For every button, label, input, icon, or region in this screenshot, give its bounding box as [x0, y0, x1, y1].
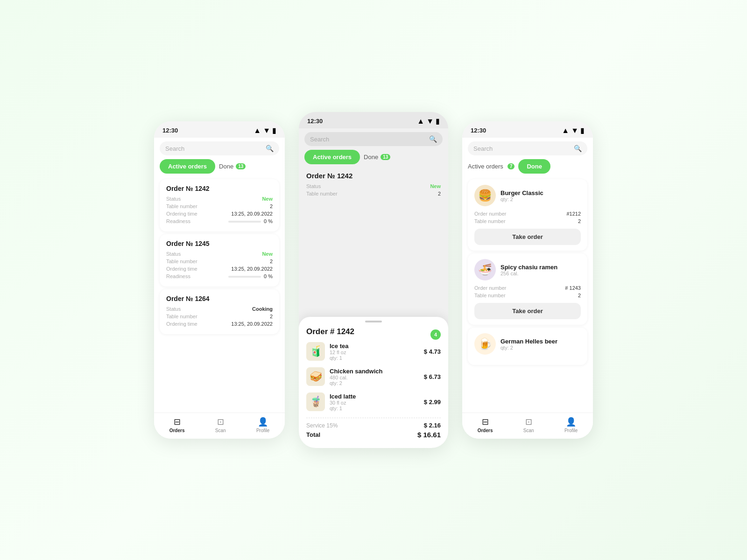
tab-done-right[interactable]: Done: [518, 159, 550, 174]
search-text-right: Search: [473, 145, 571, 152]
time-middle: 12:30: [307, 118, 323, 125]
divider: [306, 418, 441, 418]
signal-icon: ▲: [254, 126, 261, 135]
item-sub-1: 12 fl oz: [330, 350, 419, 355]
phone-right: 12:30 ▲ ▼ ▮ Search 🔍 Active orders 7 Don…: [462, 121, 593, 439]
scan-icon-left: ⊡: [217, 417, 224, 427]
done-item-info-2: Spicy chasiu ramen 256 cal.: [500, 264, 557, 276]
tab-active-middle[interactable]: Active orders: [304, 150, 360, 164]
done-emoji-2: 🍜: [478, 263, 492, 276]
order-card-1[interactable]: Order № 1242 Status New Table number 2 O…: [160, 179, 279, 231]
order-card-3[interactable]: Order № 1264 Status Cooking Table number…: [160, 289, 279, 334]
status-icons-middle: ▲ ▼ ▮: [417, 117, 440, 126]
done-detail-1-order: Order number #1212: [474, 211, 581, 217]
take-order-btn-2[interactable]: Take order: [474, 303, 581, 319]
search-bar-middle[interactable]: Search 🔍: [304, 132, 443, 146]
tab-done-middle[interactable]: Done 13: [364, 154, 390, 161]
tab-active-orders-right[interactable]: Active orders 7: [468, 163, 514, 170]
time-left: 12:30: [162, 127, 178, 134]
done-img-3: 🍺: [474, 333, 496, 355]
orders-list-left: Order № 1242 Status New Table number 2 O…: [154, 176, 285, 365]
item-count-badge: 4: [430, 329, 441, 340]
item-price-2: $ 6.73: [424, 373, 441, 380]
nav-orders-left[interactable]: ⊟ Orders: [169, 417, 185, 433]
done-detail-2-order: Order number # 1243: [474, 285, 581, 291]
order-card-2[interactable]: Order № 1245 Status New Table number 2 O…: [160, 234, 279, 287]
readiness-pct-1: 0 %: [264, 218, 273, 224]
done-card-3[interactable]: 🍺 German Helles beer qty: 2: [468, 328, 587, 365]
time-value-1: 13:25, 20.09.2022: [231, 211, 273, 217]
scan-icon-right: ⊡: [525, 417, 532, 427]
battery-icon: ▮: [272, 126, 276, 135]
done-detail-2-table: Table number 2: [474, 293, 581, 298]
order-item-2: 🥪 Chicken sandwich 480 cal. qty: 2 $ 6.7…: [306, 367, 441, 386]
tab-toggle-middle: Active orders Done 13: [304, 150, 443, 164]
total-row: Total $ 16.61: [306, 431, 441, 439]
done-detail-1-table: Table number 2: [474, 218, 581, 224]
done-item-info-1: Burger Classic qty: 2: [500, 189, 543, 202]
order-title-2: Order № 1245: [166, 240, 273, 247]
item-name-2: Chicken sandwich: [330, 368, 419, 375]
done-item-name-2: Spicy chasiu ramen: [500, 264, 557, 271]
done-badge-left: 13: [236, 163, 246, 169]
sheet-handle: [365, 321, 382, 322]
done-card-2[interactable]: 🍜 Spicy chasiu ramen 256 cal. Order numb…: [468, 253, 587, 325]
done-item-row-2: 🍜 Spicy chasiu ramen 256 cal.: [474, 259, 581, 280]
time-right: 12:30: [471, 127, 486, 134]
item-qty-1: qty: 1: [330, 355, 419, 361]
take-order-btn-1[interactable]: Take order: [474, 229, 581, 245]
item-price-3: $ 2.99: [424, 399, 441, 406]
total-label: Total: [306, 431, 320, 438]
battery-icon-mid: ▮: [436, 117, 440, 126]
done-item-name-1: Burger Classic: [500, 189, 543, 196]
bottom-nav-right: ⊟ Orders ⊡ Scan 👤 Profile: [462, 413, 593, 439]
item-details-2: Chicken sandwich 480 cal. qty: 2: [330, 368, 419, 386]
status-icons-left: ▲ ▼ ▮: [254, 126, 276, 135]
time-label-1: Ordering time: [166, 211, 197, 217]
search-bar-right[interactable]: Search 🔍: [468, 141, 587, 155]
wifi-icon-right: ▼: [571, 126, 578, 135]
scan-label-left: Scan: [215, 428, 226, 433]
status-label-1: Status: [166, 196, 181, 202]
nav-scan-left[interactable]: ⊡ Scan: [215, 417, 226, 433]
status-bar-middle: 12:30 ▲ ▼ ▮: [299, 112, 448, 128]
done-img-2: 🍜: [474, 259, 496, 280]
profile-icon-right: 👤: [566, 417, 576, 427]
tab-active-orders-left[interactable]: Active orders: [160, 159, 215, 174]
done-orders-list: 🍔 Burger Classic qty: 2 Order number #12…: [462, 176, 593, 396]
status-bar-right: 12:30 ▲ ▼ ▮: [462, 121, 593, 138]
table-label-1: Table number: [166, 203, 197, 209]
done-item-sub-3: qty: 2: [500, 345, 557, 350]
tab-toggle-left: Active orders Done 13: [160, 159, 279, 174]
nav-orders-right[interactable]: ⊟ Orders: [478, 417, 493, 433]
service-row: Service 15% $ 2.16: [306, 422, 441, 429]
orders-icon-right: ⊟: [482, 417, 489, 427]
item-sub-2: 480 cal.: [330, 375, 419, 380]
search-bar-left[interactable]: Search 🔍: [160, 141, 279, 155]
search-text-middle: Search: [310, 136, 426, 143]
item-details-1: Ice tea 12 fl oz qty: 1: [330, 343, 419, 361]
signal-icon-right: ▲: [562, 126, 569, 135]
done-item-name-3: German Helles beer: [500, 338, 557, 345]
done-card-1[interactable]: 🍔 Burger Classic qty: 2 Order number #12…: [468, 179, 587, 251]
profile-label-left: Profile: [256, 428, 269, 433]
item-img-3: 🧋: [306, 392, 325, 411]
item-name-1: Ice tea: [330, 343, 419, 350]
total-value: $ 16.61: [417, 431, 441, 439]
nav-profile-right[interactable]: 👤 Profile: [564, 417, 578, 433]
item-emoji-1: 🧃: [310, 345, 322, 357]
order-preview-title: Order № 1242: [306, 172, 441, 180]
done-emoji-1: 🍔: [478, 189, 492, 202]
item-sub-3: 30 fl oz: [330, 400, 419, 406]
tab-done-left[interactable]: Done 13: [219, 163, 246, 170]
battery-icon-right: ▮: [580, 126, 585, 135]
done-item-info-3: German Helles beer qty: 2: [500, 338, 557, 350]
item-emoji-2: 🥪: [310, 371, 322, 383]
service-label: Service 15%: [306, 422, 338, 429]
orders-label-right: Orders: [478, 428, 493, 433]
readiness-label-1: Readiness: [166, 218, 190, 224]
signal-icon-mid: ▲: [417, 117, 424, 126]
nav-profile-left[interactable]: 👤 Profile: [256, 417, 269, 433]
nav-scan-right[interactable]: ⊡ Scan: [523, 417, 534, 433]
profile-label-right: Profile: [564, 428, 578, 433]
